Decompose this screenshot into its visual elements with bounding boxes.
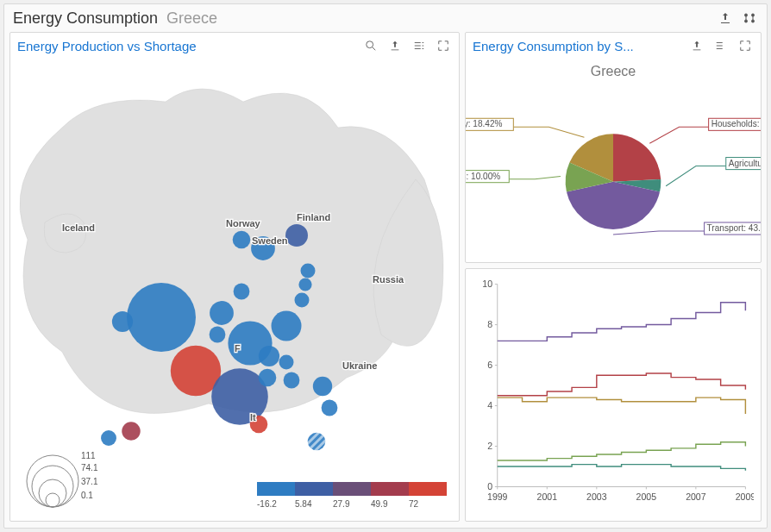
svg-text:0.1: 0.1 xyxy=(81,491,93,500)
pie-panel-title: Energy Consumption by S... xyxy=(473,39,634,53)
svg-text:2003: 2003 xyxy=(586,491,607,502)
map-bubble[interactable] xyxy=(301,264,316,279)
svg-text:2007: 2007 xyxy=(686,491,706,502)
fullscreen-icon[interactable] xyxy=(737,37,754,54)
svg-text:2001: 2001 xyxy=(537,491,558,502)
svg-text:2009: 2009 xyxy=(736,491,754,502)
map-bubble[interactable] xyxy=(284,372,300,389)
pie-label: Agriculture: 4.21% xyxy=(729,159,761,168)
pie-subtitle: Greece xyxy=(466,59,761,79)
svg-text:10: 10 xyxy=(482,279,492,289)
series-line[interactable] xyxy=(498,373,746,396)
svg-text:6: 6 xyxy=(487,360,492,370)
svg-text:37.1: 37.1 xyxy=(81,477,98,486)
country-label: Iceland xyxy=(62,222,95,233)
series-line[interactable] xyxy=(498,303,746,341)
header-bar: Energy Consumption Greece xyxy=(4,4,767,32)
svg-text:1999: 1999 xyxy=(487,491,508,502)
legend-tick: 72 xyxy=(409,499,447,509)
legend-tick: 49.9 xyxy=(371,499,409,509)
export-icon[interactable] xyxy=(717,9,734,27)
map-bubble[interactable] xyxy=(210,301,234,325)
color-legend: -16.2 5.84 27.9 49.9 72 xyxy=(257,482,447,509)
series-line[interactable] xyxy=(498,442,746,460)
svg-text:0: 0 xyxy=(487,481,492,491)
pie-chart[interactable]: Industry: 18.42%Households: 24.21%Agricu… xyxy=(466,79,761,262)
map-bubble[interactable] xyxy=(233,231,251,249)
country-label: Finland xyxy=(297,212,330,222)
map-bubble[interactable] xyxy=(259,369,277,387)
map-bubble[interactable] xyxy=(295,293,310,308)
map-bubble[interactable] xyxy=(112,311,133,332)
map-bubble[interactable] xyxy=(308,433,326,451)
pie-slice[interactable] xyxy=(567,182,660,229)
pie-label: Transport: 43.16% xyxy=(707,223,761,233)
map-bubble[interactable] xyxy=(313,377,332,396)
map-bubble[interactable] xyxy=(210,327,226,343)
export-icon[interactable] xyxy=(688,37,705,54)
legend-tick: 27.9 xyxy=(333,499,371,509)
country-label: Sweden xyxy=(252,235,288,246)
svg-text:74.1: 74.1 xyxy=(81,463,98,473)
country-label: Norway xyxy=(226,218,261,228)
line-panel: 0246810199920012003200520072009 xyxy=(465,268,762,522)
svg-text:4: 4 xyxy=(487,400,492,410)
svg-point-6 xyxy=(46,493,60,507)
series-line[interactable] xyxy=(498,397,746,414)
map-panel-title: Energy Production vs Shortage xyxy=(17,39,197,53)
dashboard-app: { "header": { "title": "Energy Consumpti… xyxy=(3,3,768,529)
zoom-icon[interactable] xyxy=(362,37,379,54)
pie-label: Industry: 18.42% xyxy=(466,119,502,128)
page-subtitle: Greece xyxy=(166,9,217,28)
map-bubble[interactable] xyxy=(322,400,338,416)
country-label: Russia xyxy=(373,274,404,285)
map-panel-head: Energy Production vs Shortage xyxy=(10,33,459,59)
legend-tick: 5.84 xyxy=(295,499,333,509)
svg-text:2005: 2005 xyxy=(636,491,657,502)
svg-point-3 xyxy=(27,455,78,507)
svg-text:8: 8 xyxy=(487,319,492,329)
country-label: It xyxy=(250,412,256,422)
map-bubble[interactable] xyxy=(272,311,302,341)
country-label: F xyxy=(235,343,241,354)
map-bubble[interactable] xyxy=(122,422,141,441)
map-bubble[interactable] xyxy=(127,283,196,352)
map-bubble[interactable] xyxy=(234,284,250,300)
size-legend: 111 74.1 37.1 0.1 xyxy=(22,440,126,509)
pie-label: Services: 10.00% xyxy=(466,172,500,181)
svg-point-4 xyxy=(32,466,73,507)
svg-text:2: 2 xyxy=(487,441,492,451)
map-bubble[interactable] xyxy=(259,346,279,366)
settings-icon[interactable] xyxy=(741,9,758,27)
country-label: Ukraine xyxy=(342,360,377,371)
fullscreen-icon[interactable] xyxy=(435,37,452,54)
line-chart[interactable]: 0246810199920012003200520072009 xyxy=(473,276,754,507)
map-bubble[interactable] xyxy=(279,355,294,370)
options-icon[interactable] xyxy=(712,37,730,54)
options-icon[interactable] xyxy=(411,37,428,54)
svg-text:111: 111 xyxy=(81,451,96,460)
pie-label: Households: 24.21% xyxy=(711,119,761,128)
svg-point-0 xyxy=(367,41,373,48)
map-panel: Energy Production vs Shortage xyxy=(9,32,460,522)
map-bubble[interactable] xyxy=(298,278,311,291)
series-line[interactable] xyxy=(498,465,746,471)
map-bubble[interactable] xyxy=(285,224,308,247)
page-title: Energy Consumption xyxy=(13,9,158,28)
export-icon[interactable] xyxy=(386,37,404,54)
pie-panel: Energy Consumption by S... Greece Indust… xyxy=(465,32,762,263)
legend-tick: -16.2 xyxy=(257,499,295,509)
map-body[interactable]: IcelandNorwaySwedenFinlandRussiaUkraineF… xyxy=(10,59,459,521)
